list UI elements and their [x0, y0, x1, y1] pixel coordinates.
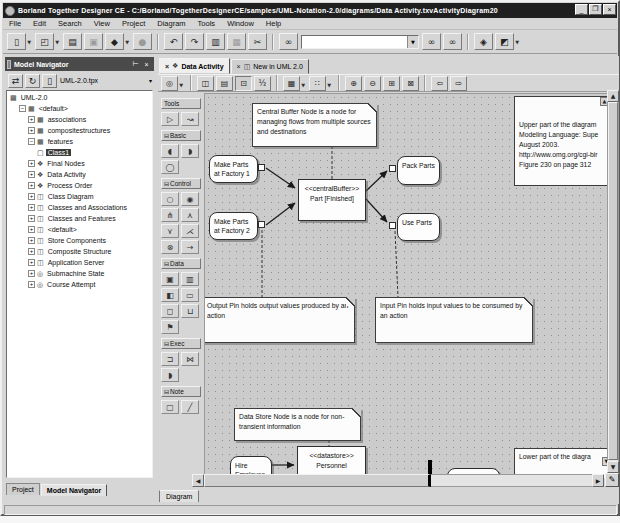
- input-pin-pack[interactable]: [389, 165, 396, 172]
- find-next-button[interactable]: ∞: [422, 33, 441, 50]
- actual-size-button[interactable]: ⊡: [235, 76, 252, 91]
- pan-mode-button[interactable]: ◎▼: [161, 76, 178, 91]
- central-buffer-node[interactable]: <<centralBuffer>> Part [Finished]: [298, 179, 366, 221]
- find-combobox-input[interactable]: [302, 36, 407, 48]
- layout-button[interactable]: ▦▼: [283, 76, 300, 91]
- diagram-canvas[interactable]: Central Buffer Node is a node for managi…: [204, 93, 607, 478]
- pointer-tool[interactable]: ▷: [161, 112, 179, 126]
- input-pin-use[interactable]: [389, 222, 396, 229]
- expand-icon[interactable]: +: [28, 204, 35, 211]
- doc-tab-data-activity[interactable]: ×❖Data Activity: [159, 58, 230, 74]
- palette-section-note[interactable]: ⊟Note: [161, 386, 201, 397]
- collapse-icon[interactable]: ⊟: [164, 180, 169, 187]
- paste-button[interactable]: ▦: [227, 33, 246, 50]
- expand-icon[interactable]: +: [28, 182, 35, 189]
- dock-icon[interactable]: ⊢: [130, 60, 141, 68]
- action-use-parts[interactable]: Use Parts: [397, 213, 440, 241]
- zoom-out-button[interactable]: ⊖: [364, 76, 381, 91]
- flow-factory1-to-buffer[interactable]: [266, 168, 295, 188]
- collapse-icon[interactable]: ⊟: [164, 388, 169, 395]
- zoom-ratio-button[interactable]: ½: [254, 76, 271, 91]
- fit-to-window-button[interactable]: ⊠: [402, 76, 419, 91]
- align-button[interactable]: ∷▼: [309, 76, 326, 91]
- tree-item--default-[interactable]: −▦<default>: [7, 103, 152, 114]
- tree-item-associations[interactable]: +▦associations: [7, 114, 152, 125]
- collapse-icon[interactable]: ⊟: [164, 260, 169, 267]
- tree-item-uml-2-0[interactable]: ▩UML-2.0: [7, 92, 152, 103]
- note-central-buffer[interactable]: Central Buffer Node is a node for managi…: [252, 103, 377, 147]
- open-button[interactable]: ◰▼: [35, 33, 54, 50]
- structured-activity-tool[interactable]: ◗: [181, 144, 199, 158]
- note-input-pin[interactable]: Input Pin holds input values to be consu…: [375, 297, 533, 343]
- flow-final-tool[interactable]: ⊗: [161, 240, 179, 254]
- panel-close-icon[interactable]: ×: [141, 61, 152, 68]
- tree-item-course-attempt[interactable]: +◎Course Attempt: [7, 279, 152, 290]
- new-node-button[interactable]: ●: [133, 33, 152, 50]
- tree-item-store-components[interactable]: +◫Store Components: [7, 235, 152, 246]
- flow-buffer-to-use[interactable]: [366, 199, 387, 222]
- menu-project[interactable]: Project: [116, 19, 151, 28]
- expand-icon[interactable]: +: [28, 226, 35, 233]
- horizontal-scrollbar-thumb[interactable]: [204, 474, 431, 487]
- options-button[interactable]: ◩▼: [495, 33, 514, 50]
- expansion-region-tool[interactable]: ⊔: [181, 304, 199, 318]
- tree-item-submachine-state[interactable]: +◎Submachine State: [7, 268, 152, 279]
- tree-item-process-order[interactable]: +❖Process Order: [7, 180, 152, 191]
- forward-button[interactable]: ⇨: [450, 76, 467, 91]
- fork-tool[interactable]: ⋔: [161, 208, 179, 222]
- close-button[interactable]: ×: [603, 4, 616, 15]
- palette-section-control[interactable]: ⊟Control: [161, 178, 201, 189]
- back-button[interactable]: ⇦: [431, 76, 448, 91]
- merge-tool[interactable]: ⋌: [181, 224, 199, 238]
- output-pin-factory2[interactable]: [258, 221, 265, 228]
- tree-item-class1[interactable]: ▢Class1: [7, 147, 152, 158]
- combobox-dropdown-icon[interactable]: ▼: [407, 36, 418, 48]
- redo-button[interactable]: ↷: [185, 33, 204, 50]
- output-pin-tool[interactable]: ▥: [181, 272, 199, 286]
- expand-icon[interactable]: +: [28, 160, 35, 167]
- new-button[interactable]: ▯▼: [7, 33, 26, 50]
- collapse-icon[interactable]: ⊟: [164, 340, 169, 347]
- tree-item-final-nodes[interactable]: +❖Final Nodes: [7, 158, 152, 169]
- vertical-scrollbar-thumb[interactable]: [608, 102, 618, 460]
- tab-model-navigator[interactable]: Model Navigator: [41, 484, 107, 496]
- menu-window[interactable]: Window: [221, 19, 260, 28]
- save-button[interactable]: ▣: [84, 33, 103, 50]
- tree-item-composite-structure[interactable]: +◫Composite Structure: [7, 246, 152, 257]
- dropdown-arrow-icon[interactable]: ▼: [55, 39, 59, 45]
- restore-button[interactable]: ❐: [589, 4, 602, 15]
- decision-tool[interactable]: ⋎: [161, 224, 179, 238]
- menu-diagram[interactable]: Diagram: [151, 19, 191, 28]
- join-tool[interactable]: ⋏: [181, 208, 199, 222]
- action-make-parts-1[interactable]: Make Parts at Factory 1: [209, 155, 258, 183]
- project-file-icon[interactable]: ▯: [42, 74, 57, 88]
- shortcut-tool[interactable]: ↝: [181, 112, 199, 126]
- menu-search[interactable]: Search: [52, 19, 88, 28]
- menu-tools[interactable]: Tools: [192, 19, 222, 28]
- expand-icon[interactable]: +: [28, 193, 35, 200]
- project-dropdown-icon[interactable]: ▾: [149, 77, 152, 84]
- doc-tab-new-in-uml-2-0[interactable]: ×◫New in UML 2.0: [231, 59, 309, 74]
- tree-item-classes-and-features[interactable]: +◫Classes and Features: [7, 213, 152, 224]
- close-tab-icon[interactable]: ×: [165, 63, 169, 70]
- refresh-button[interactable]: ↻: [25, 74, 40, 88]
- copy-button[interactable]: ▥: [206, 33, 225, 50]
- collapse-icon[interactable]: ⊟: [164, 132, 169, 139]
- tab-project[interactable]: Project: [6, 483, 40, 495]
- print-diagram-button[interactable]: ▤: [216, 76, 233, 91]
- control-flow-tool[interactable]: →: [181, 240, 199, 254]
- accept-event-tool[interactable]: ⊐: [161, 352, 179, 366]
- initial-node-tool[interactable]: ○: [161, 192, 179, 206]
- expand-icon[interactable]: +: [28, 116, 35, 123]
- cut-button[interactable]: ✂: [248, 33, 267, 50]
- action-pack-parts[interactable]: Pack Parts: [397, 156, 440, 185]
- export-image-button[interactable]: ◫: [197, 76, 214, 91]
- action-tool[interactable]: ◯: [161, 160, 179, 174]
- expand-icon[interactable]: +: [28, 281, 35, 288]
- menu-edit[interactable]: Edit: [27, 19, 52, 28]
- tree-item-data-activity[interactable]: +❖Data Activity: [7, 169, 152, 180]
- zoom-area-button[interactable]: ⊞: [383, 76, 400, 91]
- help-book-button[interactable]: ◈: [474, 33, 493, 50]
- sync-button[interactable]: ⇄: [8, 74, 23, 88]
- scroll-left-icon[interactable]: ◀: [192, 474, 204, 487]
